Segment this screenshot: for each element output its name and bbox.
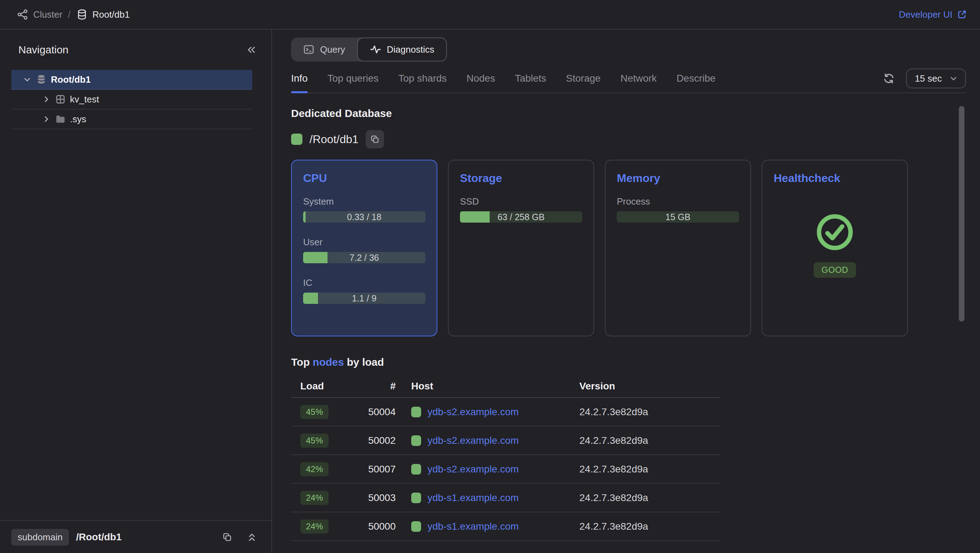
database-icon [36,74,47,85]
chevron-right-icon[interactable] [42,115,51,124]
metric-label: Process [617,196,739,207]
cpu-card-title: CPU [303,172,425,185]
host-link[interactable]: ydb-s1.example.com [428,492,519,504]
top-nodes-table: Load # Host Version 45% 50004 ydb-s2.exa… [291,375,720,541]
tab-top-shards[interactable]: Top shards [398,69,447,92]
host-status-dot [411,464,421,475]
tree-item-sys[interactable]: .sys [11,110,252,129]
node-version: 24.2.7.3e82d9a [572,435,720,446]
progress-text: 63 / 258 GB [460,211,582,223]
progress-text: 7.2 / 36 [303,252,425,263]
diagnostics-tab-label: Diagnostics [387,44,434,55]
load-badge: 24% [300,520,329,534]
tab-describe[interactable]: Describe [676,69,715,92]
column-load[interactable]: Load [291,381,340,392]
top-bar: Cluster / Root/db1 Developer UI [0,0,980,30]
subdomain-badge: subdomain [11,529,69,546]
column-version[interactable]: Version [572,381,720,392]
top-nodes-title-prefix: Top [291,356,313,368]
metric-cards: CPU System 0.33 / 18 User 7.2 / 36 IC 1.… [291,160,966,336]
tab-info[interactable]: Info [291,69,308,92]
database-icon [76,9,88,20]
storage-card-title: Storage [460,172,582,185]
healthcheck-card-title: Healthcheck [774,172,896,185]
terminal-icon [303,44,314,55]
top-nodes-title: Top nodes by load [291,356,966,368]
progress-text: 15 GB [617,211,739,223]
breadcrumb-database[interactable]: Root/db1 [76,9,130,20]
node-id: 50002 [340,435,404,446]
storage-card[interactable]: Storage SSD 63 / 258 GB [448,160,594,336]
refresh-icon[interactable] [883,72,895,84]
cpu-card[interactable]: CPU System 0.33 / 18 User 7.2 / 36 IC 1.… [291,160,438,336]
column-host[interactable]: Host [404,381,572,392]
memory-card-title: Memory [617,172,739,185]
host-link[interactable]: ydb-s2.example.com [428,464,519,475]
breadcrumb-database-label: Root/db1 [92,9,130,20]
load-badge: 45% [300,433,329,448]
load-badge: 42% [300,462,329,477]
tree-item-label: .sys [70,114,86,125]
node-id: 50007 [340,464,404,475]
table-row: 24% 50000 ydb-s1.example.com 24.2.7.3e82… [291,512,720,541]
load-badge: 24% [300,491,329,505]
refresh-controls: 15 sec [883,69,966,92]
sidebar-footer: subdomain /Root/db1 [0,520,271,553]
view-switcher: Query Diagnostics [291,37,447,62]
navigation-title: Navigation [18,44,68,56]
host-link[interactable]: ydb-s2.example.com [428,435,519,446]
healthcheck-card[interactable]: Healthcheck GOOD [762,160,908,336]
node-version: 24.2.7.3e82d9a [572,492,720,504]
ydb-diagnostics-page: Cluster / Root/db1 Developer UI [0,0,980,553]
load-badge: 45% [300,405,329,419]
tree-item-kv-test[interactable]: kv_test [11,90,252,110]
memory-card[interactable]: Memory Process 15 GB [605,160,751,336]
column-number[interactable]: # [340,381,404,392]
vertical-scrollbar[interactable] [959,106,964,322]
tree-item-label: Root/db1 [51,74,91,85]
diagnostics-tab[interactable]: Diagnostics [357,37,447,62]
navigation-tree: Root/db1 kv_test [11,70,252,129]
chevron-down-icon [949,74,958,83]
host-link[interactable]: ydb-s2.example.com [428,406,519,418]
nodes-link[interactable]: nodes [313,356,344,368]
progress-bar: 7.2 / 36 [303,252,425,263]
host-link[interactable]: ydb-s1.example.com [428,521,519,532]
copy-icon[interactable] [222,532,232,542]
tab-top-queries[interactable]: Top queries [328,69,379,92]
host-status-dot [411,407,421,417]
copy-button[interactable] [366,130,384,148]
metric-label: IC [303,277,425,288]
query-tab-label: Query [320,44,345,55]
entity-status-dot [291,134,302,145]
metric-label: User [303,237,425,248]
section-title: Dedicated Database [291,107,966,120]
tab-storage[interactable]: Storage [566,69,601,92]
chevron-right-icon[interactable] [42,95,51,104]
tree-item-root-db1[interactable]: Root/db1 [11,70,252,90]
table-row: 45% 50004 ydb-s2.example.com 24.2.7.3e82… [291,398,720,427]
tab-nodes[interactable]: Nodes [466,69,495,92]
cluster-icon [17,9,28,20]
node-version: 24.2.7.3e82d9a [572,521,720,532]
table-row: 45% 50002 ydb-s2.example.com 24.2.7.3e82… [291,427,720,455]
node-version: 24.2.7.3e82d9a [572,406,720,418]
table-icon [55,94,66,105]
footer-path: /Root/db1 [76,531,121,543]
navigation-sidebar: Navigation Root [0,30,272,553]
tab-network[interactable]: Network [620,69,657,92]
chevron-down-icon[interactable] [22,75,32,84]
sidebar-collapse-icon[interactable] [246,44,257,56]
refresh-interval-select[interactable]: 15 sec [906,69,966,88]
progress-bar: 63 / 258 GB [460,211,582,223]
query-tab[interactable]: Query [291,37,357,62]
breadcrumb-cluster-label: Cluster [33,9,62,20]
chevrons-up-icon[interactable] [247,532,257,542]
tab-tablets[interactable]: Tablets [515,69,546,92]
breadcrumb-cluster[interactable]: Cluster [17,9,62,20]
external-link-icon [957,9,967,20]
diagnostics-tabs: Info Top queries Top shards Nodes Tablet… [291,69,715,92]
metric-label: System [303,196,425,207]
developer-ui-link[interactable]: Developer UI [899,9,967,20]
breadcrumb-separator: / [68,9,70,20]
